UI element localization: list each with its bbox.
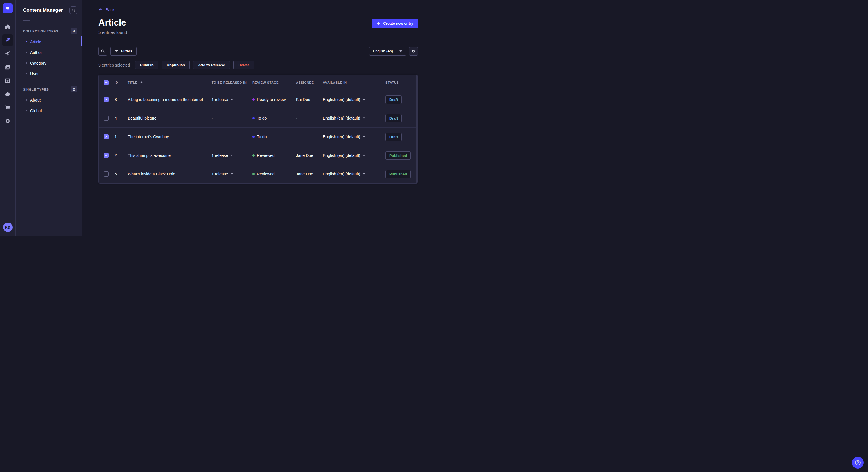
table-search-button[interactable] [98,47,107,56]
cell-assignee: Jane Doe [296,172,323,176]
bullet-icon [26,52,27,53]
collection-types-label: COLLECTION TYPES [23,30,58,33]
publish-button[interactable]: Publish [135,61,158,69]
sidebar-item-user[interactable]: User [16,68,82,79]
table-row[interactable]: 2 This shrimp is awesome 1 release Revie… [99,146,417,165]
add-to-release-button[interactable]: Add to Release [193,61,230,69]
cell-title: Beautiful picture [128,116,212,121]
collection-types-count-badge: 4 [71,28,78,34]
list-settings-button[interactable] [409,47,418,56]
cell-release[interactable]: - [212,116,252,121]
bullet-icon [26,73,27,74]
bullet-icon [26,41,27,42]
create-new-entry-button[interactable]: Create new entry [372,19,418,28]
sidebar-item-label: Author [30,50,42,55]
column-header-id: ID [115,81,128,84]
table-row[interactable]: 5 What's inside a Black Hole 1 release R… [99,165,417,183]
home-icon [5,24,11,30]
search-icon [71,8,75,12]
back-label: Back [105,7,115,12]
sidebar-item-author[interactable]: Author [16,47,82,58]
sidebar-item-releases[interactable] [2,48,13,59]
locale-value: English (en) (default) [323,116,360,121]
row-checkbox[interactable] [104,153,109,158]
locale-chevron-icon [363,99,365,100]
locale-chevron-icon [363,173,365,175]
cell-available-in[interactable]: English (en) (default) [323,153,385,158]
cell-title: The internet's Own boy [128,134,212,139]
column-header-title-label: TITLE [128,81,137,84]
row-checkbox[interactable] [104,134,109,139]
table-row[interactable]: 4 Beautiful picture - To do - English (e… [99,109,417,127]
sidebar-item-marketplace[interactable] [2,102,13,113]
cell-review-stage: To do [252,116,296,121]
delete-button[interactable]: Delete [234,61,254,69]
row-checkbox[interactable] [104,171,109,177]
bullet-icon [26,110,27,111]
images-icon [5,64,11,70]
release-chevron-icon [230,155,233,156]
cell-release[interactable]: 1 release [212,153,252,158]
locale-chevron-icon [363,117,365,119]
feather-icon [5,37,11,43]
gear-icon [411,49,415,53]
locale-value: English (en) (default) [323,134,360,139]
filters-button[interactable]: Filters [110,47,136,56]
table-row[interactable]: 3 A bug is becoming a meme on the intern… [99,90,417,109]
entries-table: ID TITLE TO BE RELEASED IN REVIEW STAGE … [98,74,418,183]
paper-plane-icon [5,50,11,57]
cell-release[interactable]: - [212,134,252,139]
bullet-icon [26,62,27,64]
release-chevron-icon [230,99,233,100]
sidebar-item-about[interactable]: About [16,95,82,105]
unpublish-button[interactable]: Unpublish [162,61,190,69]
subnav-scrollbar-thumb[interactable] [81,36,82,46]
column-header-available-in: AVAILABLE IN [323,81,385,84]
cell-available-in[interactable]: English (en) (default) [323,97,385,102]
sidebar-item-deploy[interactable] [2,88,13,100]
cell-available-in[interactable]: English (en) (default) [323,116,385,121]
row-checkbox[interactable] [104,115,109,121]
sidebar-item-home[interactable] [2,21,13,32]
back-link[interactable]: Back [98,7,115,12]
stage-dot [252,117,255,119]
sidebar-item-settings[interactable] [2,115,13,127]
cell-release[interactable]: 1 release [212,97,252,102]
table-body: 3 A bug is becoming a meme on the intern… [99,90,417,183]
stage-label: Ready to review [257,97,286,102]
table-row[interactable]: 1 The internet's Own boy - To do - Engli… [99,127,417,146]
sidebar-item-category[interactable]: Category [16,58,82,68]
subnav-title: Content Manager [23,7,63,13]
column-header-assignee: ASSIGNEE [296,81,323,84]
sidebar-item-content-manager[interactable] [2,34,13,46]
cell-release[interactable]: 1 release [212,172,252,176]
sidebar-item-media-library[interactable] [2,61,13,73]
select-all-checkbox[interactable] [104,80,109,85]
selection-count-text: 3 entries selected [98,63,130,67]
cell-id: 5 [115,172,128,176]
sidebar-item-content-type-builder[interactable] [2,75,13,86]
cell-review-stage: Ready to review [252,97,296,102]
single-types-section: SINGLE TYPES 2 About Global [16,86,82,116]
stage-label: Reviewed [257,153,274,158]
single-types-label: SINGLE TYPES [23,88,49,91]
locale-value: English (en) [373,49,393,53]
locale-select[interactable]: English (en) [369,47,406,56]
column-header-to-be-released-in: TO BE RELEASED IN [212,81,252,84]
sidebar-item-article[interactable]: Article [16,36,82,47]
cell-review-stage: Reviewed [252,172,296,176]
table-scrollbar[interactable] [416,75,417,183]
strapi-logo[interactable] [3,3,13,13]
sidebar-item-global[interactable]: Global [16,105,82,116]
locale-value: English (en) (default) [323,153,360,158]
subnav-divider [23,20,30,21]
cell-review-stage: Reviewed [252,153,296,158]
cell-available-in[interactable]: English (en) (default) [323,134,385,139]
main-content: Back Article 5 entries found Create new … [82,0,434,236]
row-checkbox[interactable] [104,97,109,102]
user-avatar[interactable]: KD [3,223,12,232]
layout-icon [5,77,11,84]
subnav-search-button[interactable] [69,6,78,14]
cell-available-in[interactable]: English (en) (default) [323,172,385,176]
column-header-title[interactable]: TITLE [128,81,212,84]
